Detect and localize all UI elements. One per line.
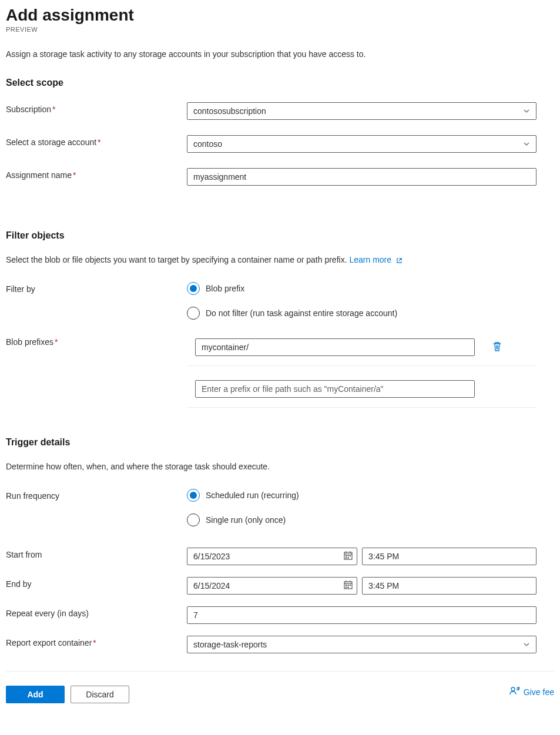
filter-desc: Select the blob or file objects you want… xyxy=(6,255,554,264)
trigger-desc: Determine how often, when, and where the… xyxy=(6,462,554,471)
radio-single-label[interactable]: Single run (only once) xyxy=(206,515,286,525)
run-frequency-label: Run frequency xyxy=(6,489,187,501)
radio-single[interactable] xyxy=(187,514,200,526)
feedback-icon xyxy=(509,686,520,698)
external-link-icon xyxy=(396,257,403,264)
report-container-select[interactable]: storage-task-reports xyxy=(187,636,536,653)
storage-account-label: Select a storage account* xyxy=(6,135,187,147)
required-asterisk: * xyxy=(52,105,55,114)
intro-text: Assign a storage task activity to any st… xyxy=(6,49,554,59)
radio-no-filter-label[interactable]: Do not filter (run task against entire s… xyxy=(206,308,397,318)
end-time-input[interactable] xyxy=(362,577,536,595)
repeat-input[interactable] xyxy=(187,606,536,624)
filter-by-label: Filter by xyxy=(6,282,187,294)
section-scope-title: Select scope xyxy=(6,78,554,88)
delete-icon[interactable] xyxy=(492,341,502,354)
radio-scheduled-label[interactable]: Scheduled run (recurring) xyxy=(206,491,299,500)
radio-scheduled[interactable] xyxy=(187,489,200,502)
section-trigger-title: Trigger details xyxy=(6,437,554,448)
radio-blob-prefix[interactable] xyxy=(187,282,200,295)
required-asterisk: * xyxy=(93,638,96,647)
start-from-label: Start from xyxy=(6,548,187,559)
learn-more-link[interactable]: Learn more xyxy=(349,255,402,264)
page-title: Add assignment xyxy=(6,6,554,25)
subscription-select[interactable]: contososubscription xyxy=(187,102,536,120)
blob-prefix-input-new[interactable] xyxy=(195,380,475,398)
start-date-input[interactable] xyxy=(187,548,357,565)
assignment-name-label: Assignment name* xyxy=(6,168,187,180)
section-filter-title: Filter objects xyxy=(6,230,554,241)
blob-prefixes-label: Blob prefixes* xyxy=(6,335,187,347)
required-asterisk: * xyxy=(98,137,100,147)
required-asterisk: * xyxy=(73,170,76,180)
end-date-input[interactable] xyxy=(187,577,357,595)
subscription-label: Subscription* xyxy=(6,102,187,114)
radio-blob-prefix-label[interactable]: Blob prefix xyxy=(206,284,244,293)
give-feedback-link[interactable]: Give fee xyxy=(509,686,554,698)
blob-prefix-input-0[interactable] xyxy=(195,338,475,356)
end-by-label: End by xyxy=(6,577,187,589)
assignment-name-input[interactable] xyxy=(187,168,536,186)
preview-badge: PREVIEW xyxy=(6,26,554,33)
svg-point-18 xyxy=(511,687,515,691)
start-time-input[interactable] xyxy=(362,548,536,565)
required-asterisk: * xyxy=(55,337,58,347)
add-button[interactable]: Add xyxy=(6,686,65,703)
radio-no-filter[interactable] xyxy=(187,307,200,320)
storage-account-select[interactable]: contoso xyxy=(187,135,536,153)
discard-button[interactable]: Discard xyxy=(71,686,129,703)
repeat-label: Repeat every (in days) xyxy=(6,606,187,618)
report-container-label: Report export container* xyxy=(6,636,187,647)
